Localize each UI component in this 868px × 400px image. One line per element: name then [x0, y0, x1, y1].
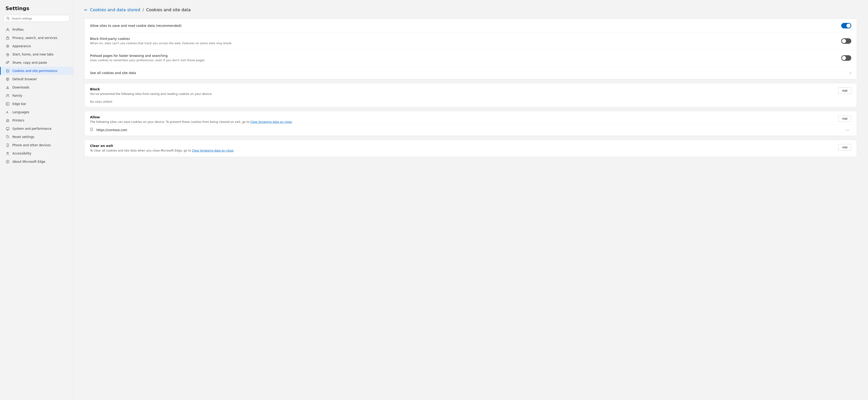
preload-pages-title: Preload pages for faster browsing and se…: [90, 54, 836, 58]
block-third-party-slider: [841, 38, 851, 44]
clear-on-exit-card: Clear on exit To clear all cookies and s…: [84, 140, 857, 157]
block-section-header: Block You've prevented the following sit…: [85, 83, 857, 96]
sidebar: Settings Profiles Privacy, search, and s…: [0, 0, 73, 400]
clear-desc-part1: To clear all cookies and site data when …: [90, 149, 192, 152]
sidebar-item-family[interactable]: Family: [0, 91, 73, 100]
search-icon: [6, 17, 10, 20]
sidebar-item-system[interactable]: System and performance: [0, 124, 73, 133]
sidebar-item-phone[interactable]: Phone and other devices: [0, 141, 73, 149]
sidebar-item-downloads[interactable]: Downloads: [0, 83, 73, 91]
see-all-cookies-title: See all cookies and site data: [90, 71, 844, 75]
allow-section-desc: The following sites can save cookies on …: [90, 120, 835, 124]
preload-pages-toggle[interactable]: [841, 55, 851, 61]
svg-rect-20: [6, 127, 9, 130]
see-all-cookies-row[interactable]: See all cookies and site data ›: [85, 66, 857, 79]
downloads-icon: [5, 85, 10, 89]
breadcrumb-separator: /: [143, 7, 144, 12]
sidebar-item-privacy[interactable]: Privacy, search, and services: [0, 34, 73, 42]
allow-section-header: Allow The following sites can save cooki…: [85, 111, 857, 124]
site-file-icon: [90, 128, 94, 132]
block-section-text: Block You've prevented the following sit…: [90, 87, 835, 96]
accessibility-icon: [5, 151, 10, 155]
allow-sites-toggle[interactable]: [841, 23, 851, 28]
sidebar-item-label: Default browser: [12, 77, 37, 81]
sidebar-item-start-home[interactable]: Start, home, and new tabs: [0, 50, 73, 58]
svg-point-15: [8, 94, 9, 95]
sidebar-item-label: Downloads: [12, 86, 29, 89]
family-icon: [5, 93, 10, 98]
block-section-card: Block You've prevented the following sit…: [84, 83, 857, 107]
back-button[interactable]: ←: [84, 7, 88, 12]
sidebar-item-share-copy[interactable]: Share, copy and paste: [0, 58, 73, 67]
clear-on-exit-title: Clear on exit: [90, 144, 835, 148]
sidebar-item-accessibility[interactable]: Accessibility: [0, 149, 73, 158]
sidebar-item-default-browser[interactable]: Default browser: [0, 75, 73, 83]
svg-point-23: [7, 152, 8, 153]
privacy-icon: [5, 36, 10, 40]
svg-text:A: A: [6, 111, 8, 114]
svg-point-14: [6, 94, 7, 95]
block-third-party-row: Block third-party cookies When on, sites…: [85, 33, 857, 50]
clear-on-exit-header: Clear on exit To clear all cookies and s…: [85, 140, 857, 157]
sidebar-item-reset[interactable]: Reset settings: [0, 133, 73, 141]
sidebar-item-edge-bar[interactable]: Edge bar: [0, 100, 73, 108]
sidebar-item-about[interactable]: About Microsoft Edge: [0, 158, 73, 166]
block-third-party-toggle[interactable]: [841, 38, 851, 44]
sidebar-item-label: Accessibility: [12, 151, 31, 155]
svg-rect-17: [6, 103, 7, 105]
sidebar-item-label: Family: [12, 94, 22, 97]
sidebar-item-printers[interactable]: Printers: [0, 116, 73, 124]
site-more-button[interactable]: ···: [844, 127, 851, 133]
block-empty-label: No sites added: [90, 100, 112, 104]
svg-line-1: [8, 19, 9, 20]
sidebar-item-label: Edge bar: [12, 102, 26, 106]
appearance-icon: [5, 44, 10, 48]
main-content: ← Cookies and data stored / Cookies and …: [73, 0, 868, 400]
sidebar-item-label: Reset settings: [12, 135, 34, 139]
sidebar-title: Settings: [0, 5, 73, 15]
block-third-party-content: Block third-party cookies When on, sites…: [90, 37, 841, 46]
sidebar-item-label: Printers: [12, 118, 24, 122]
sidebar-item-label: Start, home, and new tabs: [12, 53, 53, 56]
edge-bar-icon: [5, 102, 10, 106]
profiles-icon: [5, 28, 10, 32]
preload-pages-content: Preload pages for faster browsing and se…: [90, 54, 841, 62]
sidebar-item-profiles[interactable]: Profiles: [0, 25, 73, 34]
block-section-desc: You've prevented the following sites fro…: [90, 92, 835, 96]
sidebar-item-cookies[interactable]: Cookies and site permissions: [0, 67, 73, 75]
search-box[interactable]: [4, 15, 69, 22]
block-add-button[interactable]: Add: [838, 87, 851, 94]
clear-desc-link[interactable]: Clear browsing data on close: [192, 149, 234, 152]
sidebar-item-label: Languages: [12, 110, 29, 114]
sidebar-item-appearance[interactable]: Appearance: [0, 42, 73, 50]
preload-pages-slider: [841, 55, 851, 61]
sidebar-item-label: About Microsoft Edge: [12, 160, 45, 164]
allow-sites-row: Allow sites to save and read cookie data…: [85, 19, 857, 33]
phone-icon: [5, 143, 10, 147]
allow-sites-title: Allow sites to save and read cookie data…: [90, 24, 836, 28]
system-icon: [5, 126, 10, 131]
clear-on-exit-text: Clear on exit To clear all cookies and s…: [90, 144, 835, 153]
site-url: https://contoso.com: [96, 128, 841, 132]
block-third-party-title: Block third-party cookies: [90, 37, 836, 40]
allow-add-button[interactable]: Add: [838, 115, 851, 122]
browser-icon: [5, 77, 10, 81]
svg-rect-3: [6, 37, 9, 39]
svg-point-9: [7, 70, 7, 71]
svg-point-8: [6, 69, 9, 72]
breadcrumb: ← Cookies and data stored / Cookies and …: [84, 7, 857, 12]
allow-section-title: Allow: [90, 115, 835, 119]
clear-on-exit-add-button[interactable]: Add: [838, 144, 851, 151]
search-input[interactable]: [12, 17, 67, 20]
block-section-title: Block: [90, 87, 835, 91]
about-icon: [5, 160, 10, 164]
allow-section-text: Allow The following sites can save cooki…: [90, 115, 835, 124]
allow-desc-link[interactable]: Clear browsing data on close: [250, 120, 292, 123]
sidebar-item-languages[interactable]: A Languages: [0, 108, 73, 116]
svg-point-5: [7, 46, 8, 47]
sidebar-item-label: Cookies and site permissions: [12, 69, 57, 73]
svg-point-4: [6, 45, 9, 48]
breadcrumb-parent[interactable]: Cookies and data stored: [90, 7, 140, 12]
sidebar-item-label: Privacy, search, and services: [12, 36, 57, 40]
clear-on-exit-desc: To clear all cookies and site data when …: [90, 148, 835, 153]
